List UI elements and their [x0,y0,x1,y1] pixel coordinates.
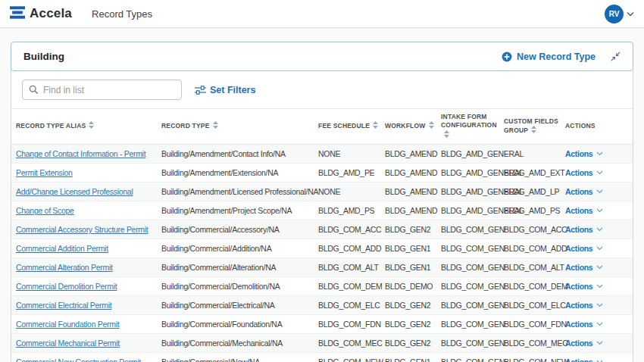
panel-title: Building [23,51,64,62]
actions-dropdown[interactable]: Actions [565,282,603,291]
chevron-down-icon [596,303,603,307]
actions-dropdown[interactable]: Actions [565,244,603,253]
search-box[interactable] [22,80,182,100]
record-type-cell: Building/Commercial/Foundation/NA [157,315,314,334]
intake-form-cell: BLDG_COM_GEN [436,277,499,296]
record-type-alias-link[interactable]: Commercial New Construction Permit [16,357,141,362]
record-type-cell: Building/Amendment/Project Scope/NA [157,201,314,220]
column-header-record-type-alias[interactable]: RECORD TYPE ALIAS [11,109,157,145]
fee-schedule-cell: BLDG_COM_ACC [314,220,380,239]
fee-schedule-cell: NONE [314,145,380,164]
custom-fields-cell: BLDG_COM_ACC [499,220,561,239]
record-type-alias-link[interactable]: Change of Scope [16,206,74,215]
table-row: Commercial Addition Permit Building/Comm… [11,239,633,258]
record-type-alias-link[interactable]: Commercial Foundation Permit [16,320,119,329]
record-type-cell: Building/Commercial/Electrical/NA [157,296,314,315]
set-filters-label: Set Filters [210,85,255,95]
actions-dropdown[interactable]: Actions [565,263,603,272]
workflow-cell: BLDG_AMEND [380,201,436,220]
actions-dropdown[interactable]: Actions [565,206,603,215]
chevron-down-icon [596,246,603,251]
fee-schedule-cell: BLDG_AMD_PE [314,164,380,183]
collapse-panel-button[interactable] [611,51,621,61]
custom-fields-cell: BLDG_AMD_PS [499,201,561,220]
fee-schedule-cell: BLDG_AMD_PS [314,201,380,220]
record-type-alias-link[interactable]: Change of Contact Information - Permit [16,149,145,158]
record-type-alias-link[interactable]: Commercial Accessory Structure Permit [16,225,148,234]
panel-header: Building New Record Type [11,42,633,71]
custom-fields-cell: BLDG_COM_FDN [499,315,561,334]
table-row: Commercial New Construction Permit Build… [11,353,633,362]
accela-brand[interactable]: Accela [10,6,72,22]
chevron-down-icon [596,189,603,194]
fee-schedule-cell: BLDG_COM_DEM [314,277,380,296]
intake-form-cell: BLDG_COM_GEN [436,258,499,277]
table-toolbar: Set Filters [11,70,633,108]
set-filters-button[interactable]: Set Filters [195,85,255,95]
custom-fields-cell: BLDG_AMD_EXT [499,164,561,183]
intake-form-cell: BLDG_COM_GEN [436,334,499,353]
main-content: Building New Record Type [0,28,644,362]
record-type-alias-link[interactable]: Commercial Electrical Permit [16,301,111,310]
intake-form-cell: BLDG_COM_GEN [436,353,499,362]
brand-name: Accela [30,6,72,21]
table-row: Commercial Mechanical Permit Building/Co… [11,334,633,353]
record-type-alias-link[interactable]: Commercial Addition Permit [16,244,108,253]
chevron-down-icon [596,322,603,326]
table-row: Commercial Accessory Structure Permit Bu… [11,220,633,239]
chevron-down-icon [596,208,603,213]
collapse-arrows-icon [611,51,621,61]
intake-form-cell: BLDG_COM_GEN [436,296,499,315]
user-menu-chevron-down-icon[interactable] [627,11,634,17]
column-header-record-type[interactable]: RECORD TYPE [157,109,314,145]
actions-dropdown[interactable]: Actions [565,225,603,234]
table-row: Commercial Alteration Permit Building/Co… [11,258,633,277]
fee-schedule-cell: BLDG_COM_FDN [314,315,380,334]
fee-schedule-cell: BLDG_COM_ELC [314,296,380,315]
table-row: Commercial Demolition Permit Building/Co… [11,277,633,296]
actions-dropdown[interactable]: Actions [565,149,603,158]
chevron-down-icon [596,284,603,289]
actions-dropdown[interactable]: Actions [565,301,603,310]
actions-dropdown[interactable]: Actions [565,168,603,177]
custom-fields-cell: BLDG_COM_MEC [499,334,561,353]
actions-dropdown[interactable]: Actions [565,357,603,362]
column-header-custom-fields-group[interactable]: CUSTOM FIELDS GROUP [499,109,561,145]
table-row: Commercial Foundation Permit Building/Co… [11,315,633,334]
table-row: Change of Scope Building/Amendment/Proje… [11,201,633,220]
sort-arrows-icon [213,121,218,131]
workflow-cell: BLDG_GEN2 [380,334,436,353]
building-panel: Building New Record Type [11,42,633,362]
actions-dropdown[interactable]: Actions [565,320,603,329]
sort-arrows-icon [429,121,434,131]
table-row: Commercial Electrical Permit Building/Co… [11,296,633,315]
intake-form-cell: BLDG_AMD_GENERAL [436,164,499,183]
record-type-cell: Building/Commercial/Addition/NA [157,239,314,258]
search-input[interactable] [43,85,175,95]
actions-dropdown[interactable]: Actions [565,339,603,348]
workflow-cell: BLDG_AMEND [380,183,436,201]
record-type-alias-link[interactable]: Add/Change Licensed Professional [16,187,133,196]
chevron-down-icon [596,341,603,345]
workflow-cell: BLDG_DEMO [380,277,436,296]
record-type-alias-link[interactable]: Permit Extension [16,168,73,177]
actions-dropdown[interactable]: Actions [565,187,603,196]
record-type-cell: Building/Amendment/Extension/NA [157,164,314,183]
chevron-down-icon [596,227,603,232]
column-header-workflow[interactable]: WORKFLOW [380,109,436,145]
chevron-down-icon [596,151,603,156]
workflow-cell: BLDG_GEN1 [380,353,436,362]
table-row: Change of Contact Information - Permit B… [11,145,633,164]
record-type-alias-link[interactable]: Commercial Demolition Permit [16,282,117,291]
fee-schedule-cell: NONE [314,183,380,201]
column-header-fee-schedule[interactable]: FEE SCHEDULE [314,109,380,145]
column-header-intake-form-configuration[interactable]: INTAKE FORM CONFIGURATION [436,109,499,145]
record-type-alias-link[interactable]: Commercial Alteration Permit [16,263,113,272]
intake-form-cell: BLDG_COM_GEN [436,239,499,258]
table-header-row: RECORD TYPE ALIASRECORD TYPEFEE SCHEDULE… [11,109,633,145]
plus-circle-icon [502,51,512,62]
new-record-type-button[interactable]: New Record Type [502,51,596,62]
user-avatar[interactable]: RV [605,5,624,23]
intake-form-cell: BLDG_COM_GEN [436,315,499,334]
record-type-alias-link[interactable]: Commercial Mechanical Permit [16,339,120,348]
